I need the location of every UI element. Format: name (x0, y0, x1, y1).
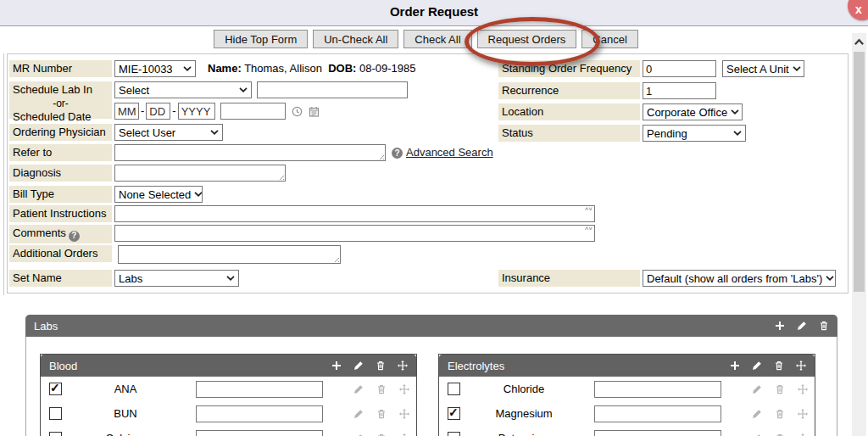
lab-item-checkbox[interactable] (448, 383, 460, 395)
move-icon[interactable] (398, 361, 408, 371)
pencil-icon[interactable] (752, 409, 762, 419)
pencil-icon[interactable] (353, 361, 364, 371)
move-icon[interactable] (796, 361, 806, 371)
standing-order-frequency-label: Standing Order Frequency (498, 60, 640, 77)
refer-to-input[interactable] (114, 144, 386, 161)
check-all-button[interactable]: Check All (403, 30, 471, 48)
move-icon[interactable] (798, 433, 808, 436)
divider (3, 53, 4, 295)
set-name-label: Set Name (9, 270, 112, 287)
lab-item-input[interactable] (594, 381, 721, 398)
lab-item-checkbox[interactable] (448, 432, 460, 436)
pencil-icon[interactable] (353, 409, 364, 419)
lab-item-name: Calcium (62, 432, 189, 436)
lab-item-row: ANA (41, 377, 416, 401)
location-select[interactable]: Corporate Office (643, 103, 743, 120)
date-month-input[interactable] (114, 103, 139, 120)
schedule-lab-in-select[interactable]: Select (114, 81, 252, 98)
lab-item-input[interactable] (594, 405, 721, 422)
chevron-down-icon (194, 192, 203, 197)
calendar-icon[interactable] (309, 106, 320, 117)
pencil-icon[interactable] (353, 433, 364, 436)
spinner-arrows-icon[interactable]: ˄˅ (585, 226, 593, 232)
trash-icon[interactable] (376, 433, 387, 436)
trash-icon[interactable] (774, 361, 784, 371)
diagnosis-input[interactable] (114, 165, 286, 182)
labs-section-body: Blood ANA BUN (25, 337, 837, 436)
lab-item-checkbox[interactable] (49, 432, 62, 436)
comments-input[interactable] (114, 225, 595, 242)
move-icon[interactable] (399, 409, 409, 419)
move-icon[interactable] (798, 409, 808, 419)
trash-icon[interactable] (775, 384, 785, 394)
trash-icon[interactable] (376, 384, 387, 394)
date-year-input[interactable] (178, 103, 215, 120)
lab-item-checkbox[interactable] (49, 407, 62, 420)
trash-icon[interactable] (819, 321, 829, 331)
standing-order-frequency-input[interactable] (643, 60, 716, 77)
trash-icon[interactable] (775, 433, 785, 436)
status-select[interactable]: Pending (643, 125, 746, 142)
patient-info: Name: Thomas, Allison DOB: 08-09-1985 (208, 60, 415, 77)
additional-orders-input[interactable] (118, 245, 341, 264)
scrollbar-thumb[interactable] (854, 52, 865, 292)
help-icon[interactable]: ? (69, 231, 80, 242)
pencil-icon[interactable] (752, 433, 762, 436)
chevron-down-icon (239, 87, 248, 92)
advanced-search-link[interactable]: Advanced Search (406, 144, 493, 161)
electrolytes-panel-title: Electrolytes (448, 360, 504, 372)
pencil-icon[interactable] (752, 384, 762, 394)
lab-item-input[interactable] (196, 430, 323, 436)
unit-select[interactable]: Select A Unit (722, 60, 804, 77)
lab-item-input[interactable] (196, 381, 323, 398)
mr-number-select[interactable]: MIE-10033 (114, 60, 196, 77)
cancel-button[interactable]: Cancel (581, 30, 637, 48)
refer-to-label: Refer to (9, 144, 112, 161)
plus-icon[interactable] (331, 361, 342, 371)
set-name-select[interactable]: Labs (114, 270, 239, 287)
move-icon[interactable] (798, 384, 808, 394)
plus-icon[interactable] (730, 361, 740, 371)
insurance-label: Insurance (498, 270, 640, 287)
move-icon[interactable] (399, 384, 409, 394)
trash-icon[interactable] (376, 361, 386, 371)
date-day-input[interactable] (146, 103, 170, 120)
insurance-select[interactable]: Default (show all orders from 'Labs') (643, 270, 836, 287)
pencil-icon[interactable] (797, 321, 807, 331)
clock-icon[interactable] (292, 106, 303, 117)
labs-section: Labs Blood ANA (25, 315, 837, 436)
blood-panel: Blood ANA BUN (40, 354, 417, 436)
uncheck-all-button[interactable]: Un-Check All (313, 30, 398, 48)
lab-item-input[interactable] (594, 430, 721, 436)
blood-panel-header: Blood (41, 355, 416, 377)
chevron-down-icon (210, 130, 219, 135)
plus-icon[interactable] (775, 321, 785, 331)
diagnosis-label: Diagnosis (9, 165, 112, 182)
pencil-icon[interactable] (353, 384, 364, 394)
request-orders-button[interactable]: Request Orders (477, 30, 577, 48)
schedule-lab-in-input[interactable] (257, 81, 408, 98)
ordering-physician-select[interactable]: Select User (114, 124, 223, 141)
trash-icon[interactable] (376, 409, 387, 419)
recurrence-label: Recurrence (498, 82, 640, 99)
trash-icon[interactable] (775, 409, 785, 419)
patient-instructions-input[interactable] (114, 205, 595, 222)
pencil-icon[interactable] (752, 361, 762, 371)
electrolytes-panel-header: Electrolytes (439, 355, 815, 377)
vertical-scrollbar[interactable] (852, 33, 866, 436)
lab-item-checkbox[interactable] (448, 407, 460, 420)
comments-label: Comments? (9, 225, 112, 243)
recurrence-input[interactable] (643, 82, 716, 99)
spinner-arrows-icon[interactable]: ˄˅ (585, 206, 593, 213)
location-label: Location (498, 103, 640, 120)
lab-item-input[interactable] (196, 405, 323, 422)
hide-top-form-button[interactable]: Hide Top Form (214, 30, 308, 48)
chevron-down-icon (826, 276, 834, 281)
time-input[interactable] (220, 103, 286, 120)
lab-item-checkbox[interactable] (49, 383, 62, 395)
chevron-down-icon (733, 131, 742, 136)
move-icon[interactable] (399, 433, 409, 436)
bill-type-select[interactable]: None Selected (114, 186, 203, 203)
help-icon[interactable]: ? (392, 148, 403, 159)
chevron-up-icon[interactable] (854, 36, 865, 48)
